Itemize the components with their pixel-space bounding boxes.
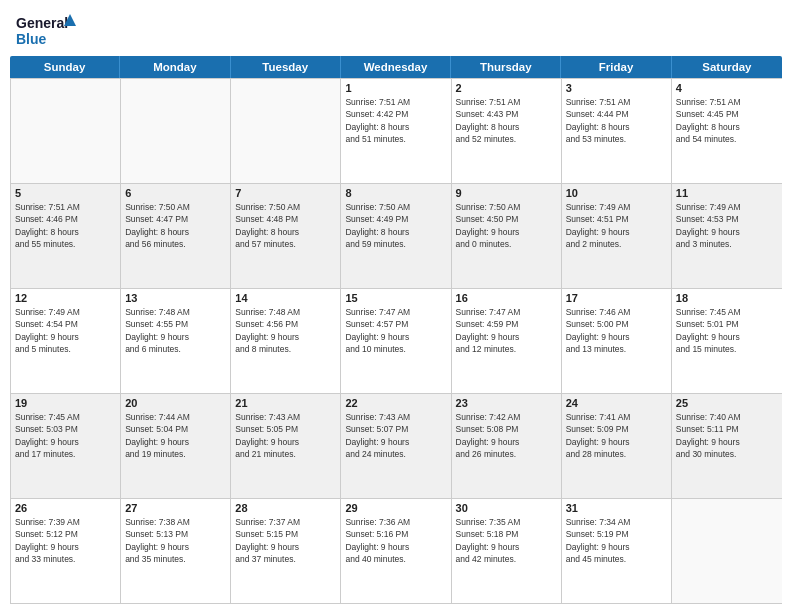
- day-info: Sunrise: 7:39 AM Sunset: 5:12 PM Dayligh…: [15, 516, 116, 565]
- day-info: Sunrise: 7:46 AM Sunset: 5:00 PM Dayligh…: [566, 306, 667, 355]
- day-number: 9: [456, 187, 557, 199]
- day-number: 23: [456, 397, 557, 409]
- day-number: 20: [125, 397, 226, 409]
- header: General Blue: [0, 0, 792, 56]
- day-info: Sunrise: 7:51 AM Sunset: 4:44 PM Dayligh…: [566, 96, 667, 145]
- cal-cell-day-12: 12Sunrise: 7:49 AM Sunset: 4:54 PM Dayli…: [11, 289, 121, 393]
- day-info: Sunrise: 7:41 AM Sunset: 5:09 PM Dayligh…: [566, 411, 667, 460]
- cal-cell-day-11: 11Sunrise: 7:49 AM Sunset: 4:53 PM Dayli…: [672, 184, 782, 288]
- cal-cell-empty: [11, 79, 121, 183]
- day-number: 15: [345, 292, 446, 304]
- logo-svg: General Blue: [16, 12, 76, 50]
- cal-cell-day-16: 16Sunrise: 7:47 AM Sunset: 4:59 PM Dayli…: [452, 289, 562, 393]
- cal-cell-day-17: 17Sunrise: 7:46 AM Sunset: 5:00 PM Dayli…: [562, 289, 672, 393]
- cal-cell-day-24: 24Sunrise: 7:41 AM Sunset: 5:09 PM Dayli…: [562, 394, 672, 498]
- day-info: Sunrise: 7:51 AM Sunset: 4:43 PM Dayligh…: [456, 96, 557, 145]
- cal-cell-day-5: 5Sunrise: 7:51 AM Sunset: 4:46 PM Daylig…: [11, 184, 121, 288]
- calendar-header: SundayMondayTuesdayWednesdayThursdayFrid…: [10, 56, 782, 78]
- day-info: Sunrise: 7:51 AM Sunset: 4:42 PM Dayligh…: [345, 96, 446, 145]
- day-number: 18: [676, 292, 778, 304]
- header-cell-saturday: Saturday: [672, 56, 782, 78]
- day-number: 10: [566, 187, 667, 199]
- day-info: Sunrise: 7:37 AM Sunset: 5:15 PM Dayligh…: [235, 516, 336, 565]
- day-info: Sunrise: 7:50 AM Sunset: 4:49 PM Dayligh…: [345, 201, 446, 250]
- cal-cell-empty: [672, 499, 782, 603]
- day-info: Sunrise: 7:48 AM Sunset: 4:56 PM Dayligh…: [235, 306, 336, 355]
- day-info: Sunrise: 7:44 AM Sunset: 5:04 PM Dayligh…: [125, 411, 226, 460]
- header-cell-wednesday: Wednesday: [341, 56, 451, 78]
- cal-cell-day-30: 30Sunrise: 7:35 AM Sunset: 5:18 PM Dayli…: [452, 499, 562, 603]
- day-number: 28: [235, 502, 336, 514]
- cal-row-2: 12Sunrise: 7:49 AM Sunset: 4:54 PM Dayli…: [11, 288, 782, 393]
- cal-cell-day-14: 14Sunrise: 7:48 AM Sunset: 4:56 PM Dayli…: [231, 289, 341, 393]
- day-info: Sunrise: 7:43 AM Sunset: 5:07 PM Dayligh…: [345, 411, 446, 460]
- cal-row-3: 19Sunrise: 7:45 AM Sunset: 5:03 PM Dayli…: [11, 393, 782, 498]
- day-number: 22: [345, 397, 446, 409]
- day-info: Sunrise: 7:48 AM Sunset: 4:55 PM Dayligh…: [125, 306, 226, 355]
- day-number: 27: [125, 502, 226, 514]
- logo: General Blue: [16, 12, 76, 50]
- day-number: 24: [566, 397, 667, 409]
- cal-cell-day-18: 18Sunrise: 7:45 AM Sunset: 5:01 PM Dayli…: [672, 289, 782, 393]
- cal-cell-day-2: 2Sunrise: 7:51 AM Sunset: 4:43 PM Daylig…: [452, 79, 562, 183]
- day-info: Sunrise: 7:50 AM Sunset: 4:48 PM Dayligh…: [235, 201, 336, 250]
- cal-cell-day-20: 20Sunrise: 7:44 AM Sunset: 5:04 PM Dayli…: [121, 394, 231, 498]
- cal-row-0: 1Sunrise: 7:51 AM Sunset: 4:42 PM Daylig…: [11, 78, 782, 183]
- cal-cell-day-19: 19Sunrise: 7:45 AM Sunset: 5:03 PM Dayli…: [11, 394, 121, 498]
- day-number: 13: [125, 292, 226, 304]
- day-number: 30: [456, 502, 557, 514]
- cal-row-1: 5Sunrise: 7:51 AM Sunset: 4:46 PM Daylig…: [11, 183, 782, 288]
- day-number: 17: [566, 292, 667, 304]
- day-number: 5: [15, 187, 116, 199]
- day-info: Sunrise: 7:49 AM Sunset: 4:53 PM Dayligh…: [676, 201, 778, 250]
- cal-row-4: 26Sunrise: 7:39 AM Sunset: 5:12 PM Dayli…: [11, 498, 782, 603]
- day-info: Sunrise: 7:51 AM Sunset: 4:45 PM Dayligh…: [676, 96, 778, 145]
- day-number: 14: [235, 292, 336, 304]
- svg-text:Blue: Blue: [16, 31, 47, 47]
- day-info: Sunrise: 7:36 AM Sunset: 5:16 PM Dayligh…: [345, 516, 446, 565]
- day-number: 3: [566, 82, 667, 94]
- cal-cell-day-27: 27Sunrise: 7:38 AM Sunset: 5:13 PM Dayli…: [121, 499, 231, 603]
- day-info: Sunrise: 7:34 AM Sunset: 5:19 PM Dayligh…: [566, 516, 667, 565]
- day-info: Sunrise: 7:43 AM Sunset: 5:05 PM Dayligh…: [235, 411, 336, 460]
- cal-cell-day-8: 8Sunrise: 7:50 AM Sunset: 4:49 PM Daylig…: [341, 184, 451, 288]
- day-info: Sunrise: 7:45 AM Sunset: 5:01 PM Dayligh…: [676, 306, 778, 355]
- cal-cell-day-22: 22Sunrise: 7:43 AM Sunset: 5:07 PM Dayli…: [341, 394, 451, 498]
- cal-cell-day-7: 7Sunrise: 7:50 AM Sunset: 4:48 PM Daylig…: [231, 184, 341, 288]
- cal-cell-day-23: 23Sunrise: 7:42 AM Sunset: 5:08 PM Dayli…: [452, 394, 562, 498]
- cal-cell-day-15: 15Sunrise: 7:47 AM Sunset: 4:57 PM Dayli…: [341, 289, 451, 393]
- header-cell-monday: Monday: [120, 56, 230, 78]
- day-number: 19: [15, 397, 116, 409]
- cal-cell-day-31: 31Sunrise: 7:34 AM Sunset: 5:19 PM Dayli…: [562, 499, 672, 603]
- cal-cell-day-28: 28Sunrise: 7:37 AM Sunset: 5:15 PM Dayli…: [231, 499, 341, 603]
- cal-cell-day-29: 29Sunrise: 7:36 AM Sunset: 5:16 PM Dayli…: [341, 499, 451, 603]
- day-info: Sunrise: 7:49 AM Sunset: 4:54 PM Dayligh…: [15, 306, 116, 355]
- header-cell-thursday: Thursday: [451, 56, 561, 78]
- cal-cell-empty: [121, 79, 231, 183]
- day-number: 16: [456, 292, 557, 304]
- day-number: 21: [235, 397, 336, 409]
- day-number: 7: [235, 187, 336, 199]
- day-info: Sunrise: 7:40 AM Sunset: 5:11 PM Dayligh…: [676, 411, 778, 460]
- page: General Blue SundayMondayTuesdayWednesda…: [0, 0, 792, 612]
- day-number: 31: [566, 502, 667, 514]
- day-number: 26: [15, 502, 116, 514]
- day-info: Sunrise: 7:45 AM Sunset: 5:03 PM Dayligh…: [15, 411, 116, 460]
- cal-cell-day-26: 26Sunrise: 7:39 AM Sunset: 5:12 PM Dayli…: [11, 499, 121, 603]
- day-info: Sunrise: 7:47 AM Sunset: 4:59 PM Dayligh…: [456, 306, 557, 355]
- day-number: 4: [676, 82, 778, 94]
- cal-cell-day-1: 1Sunrise: 7:51 AM Sunset: 4:42 PM Daylig…: [341, 79, 451, 183]
- day-info: Sunrise: 7:50 AM Sunset: 4:50 PM Dayligh…: [456, 201, 557, 250]
- header-cell-friday: Friday: [561, 56, 671, 78]
- day-info: Sunrise: 7:49 AM Sunset: 4:51 PM Dayligh…: [566, 201, 667, 250]
- cal-cell-day-25: 25Sunrise: 7:40 AM Sunset: 5:11 PM Dayli…: [672, 394, 782, 498]
- day-number: 8: [345, 187, 446, 199]
- day-number: 6: [125, 187, 226, 199]
- day-number: 2: [456, 82, 557, 94]
- day-info: Sunrise: 7:50 AM Sunset: 4:47 PM Dayligh…: [125, 201, 226, 250]
- day-info: Sunrise: 7:51 AM Sunset: 4:46 PM Dayligh…: [15, 201, 116, 250]
- day-number: 25: [676, 397, 778, 409]
- day-info: Sunrise: 7:47 AM Sunset: 4:57 PM Dayligh…: [345, 306, 446, 355]
- day-info: Sunrise: 7:35 AM Sunset: 5:18 PM Dayligh…: [456, 516, 557, 565]
- svg-text:General: General: [16, 15, 68, 31]
